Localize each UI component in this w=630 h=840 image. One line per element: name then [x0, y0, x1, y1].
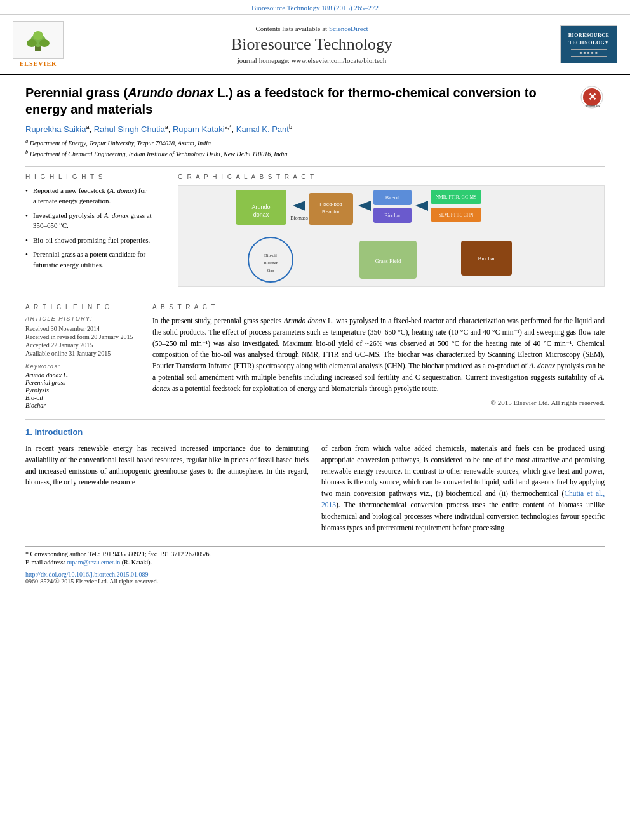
svg-marker-17 [358, 201, 371, 211]
highlights-graphical-section: H I G H L I G H T S Reported a new feeds… [25, 166, 605, 287]
author-1-sup: a [86, 124, 89, 130]
email-link[interactable]: rupam@tezu.ernet.in [67, 559, 120, 566]
svg-text:Bio-oil: Bio-oil [264, 253, 277, 258]
author-3-sup: a,* [225, 124, 232, 130]
svg-text:Biochar: Biochar [478, 255, 495, 262]
svg-text:CrossMark: CrossMark [584, 104, 600, 108]
highlights-label: H I G H L I G H T S [25, 173, 165, 180]
authors-line: Ruprekha Saikiaa, Rahul Singh Chutiaa, R… [25, 124, 605, 134]
journal-reference-bar: Bioresource Technology 188 (2015) 265–27… [0, 0, 630, 15]
copyright-line: © 2015 Elsevier Ltd. All rights reserved… [152, 399, 605, 406]
contents-line: Contents lists available at ScienceDirec… [73, 25, 551, 32]
keyword-2: Perennial grass [25, 379, 140, 386]
svg-text:Biomass: Biomass [290, 215, 308, 221]
svg-point-4 [33, 31, 43, 40]
intro-heading: 1. Introduction [25, 427, 605, 437]
email-note: E-mail address: rupam@tezu.ernet.in (R. … [25, 559, 605, 566]
intro-right-text: of carbon from which value added chemica… [321, 443, 605, 534]
article-info-label: A R T I C L E I N F O [25, 303, 140, 310]
svg-text:donax: donax [253, 211, 269, 218]
issn-line: 0960-8524/© 2015 Elsevier Ltd. All right… [25, 578, 605, 585]
bioresource-logo: BIORESOURCETECHNOLOGY ■ ■ ■ ■ ■ [557, 25, 620, 63]
bioresource-logo-lines: ■ ■ ■ ■ ■ [571, 49, 607, 57]
highlight-item-2: Investigated pyrolysis of A. donax grass… [25, 210, 165, 231]
doi-section: http://dx.doi.org/10.1016/j.biortech.201… [25, 571, 605, 578]
keyword-3: Pyrolysis [25, 387, 140, 394]
abstract-text: In the present study, perennial grass sp… [152, 316, 605, 395]
highlights-list: Reported a new feedstock (A. donax) for … [25, 185, 165, 270]
affiliation-a: a Department of Energy, Tezpur Universit… [25, 138, 605, 148]
sciencedirect-link[interactable]: ScienceDirect [329, 25, 368, 32]
svg-text:Fixed-bed: Fixed-bed [319, 201, 342, 207]
keywords-label: Keywords: [25, 363, 140, 370]
journal-title: Bioresource Technology [73, 35, 551, 54]
author-4-sup: b [289, 124, 292, 130]
abstract-column: A B S T R A C T In the present study, pe… [152, 303, 605, 410]
svg-text:Grass Field: Grass Field [375, 258, 401, 264]
intro-left-col: In recent years renewable energy has rec… [25, 443, 309, 534]
svg-text:Reactor: Reactor [322, 209, 340, 215]
introduction-section: 1. Introduction In recent years renewabl… [25, 419, 605, 534]
intro-body-columns: In recent years renewable energy has rec… [25, 443, 605, 534]
keyword-4: Bio-oil [25, 394, 140, 401]
highlight-item-4: Perennial grass as a potent candidate fo… [25, 249, 165, 270]
crossmark-badge[interactable]: ✕ CrossMark [579, 84, 605, 110]
svg-marker-12 [293, 201, 305, 211]
doi-link[interactable]: http://dx.doi.org/10.1016/j.biortech.201… [25, 571, 148, 578]
author-2: Rahul Singh Chutia [94, 124, 165, 134]
elsevier-logo: ELSEVIER [10, 21, 67, 67]
journal-ref-text: Bioresource Technology 188 (2015) 265–27… [251, 4, 379, 11]
svg-text:NMR, FTIR, GC-MS: NMR, FTIR, GC-MS [436, 194, 477, 200]
elsevier-logo-box [13, 21, 64, 59]
svg-text:SEM, FTIR, CHN: SEM, FTIR, CHN [438, 212, 474, 218]
author-4: Kamal K. Pant [236, 124, 289, 134]
svg-text:Arundo: Arundo [251, 204, 270, 210]
journal-homepage: journal homepage: www.elsevier.com/locat… [73, 57, 551, 64]
keyword-1: Arundo donax L. [25, 371, 140, 378]
abstract-label: A B S T R A C T [152, 303, 605, 310]
intro-left-text: In recent years renewable energy has rec… [25, 443, 309, 488]
svg-text:Gas: Gas [267, 268, 274, 273]
main-content: Perennial grass (Arundo donax L.) as a f… [0, 75, 630, 594]
graphical-abstract-svg: Arundo donax Biomass Fixed-bed Reactor [178, 187, 604, 285]
article-info-column: A R T I C L E I N F O Article history: R… [25, 303, 140, 410]
date-online: Available online 31 January 2015 [25, 350, 140, 357]
species-name-italic: Arundo donax [128, 86, 214, 100]
graphical-abstract-column: G R A P H I C A L A B S T R A C T Arundo… [178, 173, 605, 287]
intro-right-col: of carbon from which value added chemica… [321, 443, 605, 534]
bioresource-logo-text: BIORESOURCETECHNOLOGY [568, 32, 610, 46]
date-received: Received 30 November 2014 [25, 325, 140, 332]
info-abstract-section: A R T I C L E I N F O Article history: R… [25, 297, 605, 410]
journal-header: ELSEVIER Contents lists available at Sci… [0, 15, 630, 75]
elsevier-tree-icon [22, 29, 54, 51]
svg-point-27 [248, 237, 293, 282]
journal-center: Contents lists available at ScienceDirec… [67, 25, 557, 64]
svg-text:✕: ✕ [588, 91, 596, 102]
affiliation-b: b Department of Chemical Engineering, In… [25, 149, 605, 159]
keyword-5: Biochar [25, 402, 140, 409]
page-container: Bioresource Technology 188 (2015) 265–27… [0, 0, 630, 594]
article-title-text: Perennial grass (Arundo donax L.) as a f… [25, 84, 579, 117]
footnotes-section: * Corresponding author. Tel.: +91 943538… [25, 546, 605, 585]
graphical-abstract-image: Arundo donax Biomass Fixed-bed Reactor [178, 185, 605, 287]
affiliations: a Department of Energy, Tezpur Universit… [25, 138, 605, 159]
date-accepted: Accepted 22 January 2015 [25, 342, 140, 349]
author-3: Rupam Kataki [173, 124, 225, 134]
crossmark-icon: ✕ CrossMark [580, 86, 603, 109]
article-title-section: Perennial grass (Arundo donax L.) as a f… [25, 84, 605, 117]
svg-marker-22 [415, 201, 428, 211]
svg-text:Biochar: Biochar [384, 213, 401, 218]
bioresource-logo-box: BIORESOURCETECHNOLOGY ■ ■ ■ ■ ■ [560, 25, 617, 63]
history-label: Article history: [25, 316, 140, 322]
author-1: Ruprekha Saikia [25, 124, 86, 134]
contents-text: Contents lists available at [255, 25, 327, 32]
highlight-item-3: Bio-oil showed promising fuel properties… [25, 235, 165, 246]
svg-text:Biochar: Biochar [264, 260, 278, 265]
keywords-section: Keywords: Arundo donax L. Perennial gras… [25, 363, 140, 409]
graphical-abstract-label: G R A P H I C A L A B S T R A C T [178, 173, 605, 180]
highlight-item-1: Reported a new feedstock (A. donax) for … [25, 185, 165, 206]
date-revised: Received in revised form 20 January 2015 [25, 333, 140, 340]
author-2-sup: a [165, 124, 168, 130]
svg-point-3 [39, 39, 50, 47]
svg-point-2 [27, 39, 37, 47]
